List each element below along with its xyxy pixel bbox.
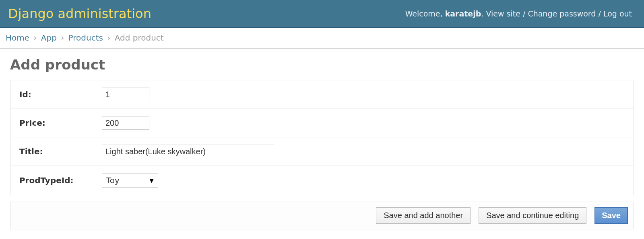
prodtype-selected: Toy: [106, 176, 120, 185]
submit-row: Save and add another Save and continue e…: [10, 202, 634, 229]
breadcrumb: Home › App › Products › Add product: [0, 28, 644, 49]
breadcrumb-sep: ›: [33, 33, 37, 43]
form-row-title: Title:: [10, 137, 634, 166]
user-tools: Welcome, karatejb. View site / Change pa…: [405, 9, 632, 18]
prodtype-select[interactable]: Toy ▼: [102, 173, 158, 188]
welcome-prefix: Welcome,: [405, 9, 445, 18]
breadcrumb-current: Add product: [115, 33, 164, 43]
view-site-link[interactable]: View site: [486, 9, 520, 18]
branding: Django administration: [8, 6, 151, 21]
header-bar: Django administration Welcome, karatejb.…: [0, 0, 644, 28]
price-label: Price:: [19, 118, 102, 128]
form-fieldset: Id: Price: Title: ProdTypeId: Toy ▼: [10, 80, 634, 195]
change-password-link[interactable]: Change password: [528, 9, 596, 18]
prodtype-label: ProdTypeId:: [19, 176, 102, 185]
site-title: Django administration: [8, 6, 151, 21]
title-input[interactable]: [102, 145, 274, 158]
page-title: Add product: [10, 57, 634, 73]
chevron-down-icon: ▼: [149, 177, 154, 184]
logout-link[interactable]: Log out: [603, 9, 632, 18]
site-title-link[interactable]: Django administration: [8, 6, 151, 21]
form-row-id: Id:: [10, 80, 634, 109]
breadcrumb-home[interactable]: Home: [6, 33, 29, 43]
username: karatejb: [445, 9, 481, 18]
breadcrumb-sep: ›: [61, 33, 64, 43]
id-label: Id:: [19, 90, 102, 99]
breadcrumb-model[interactable]: Products: [68, 33, 103, 43]
form-row-prodtype: ProdTypeId: Toy ▼: [10, 166, 634, 195]
breadcrumb-sep: ›: [107, 33, 110, 43]
save-button[interactable]: Save: [594, 207, 628, 224]
form-row-price: Price:: [10, 109, 634, 137]
save-add-another-button[interactable]: Save and add another: [376, 207, 471, 224]
save-continue-button[interactable]: Save and continue editing: [479, 207, 586, 224]
id-input[interactable]: [102, 88, 149, 101]
price-input[interactable]: [102, 116, 149, 130]
breadcrumb-app[interactable]: App: [41, 33, 57, 43]
content: Add product Id: Price: Title: ProdTypeId…: [0, 49, 644, 237]
title-label: Title:: [19, 147, 102, 156]
